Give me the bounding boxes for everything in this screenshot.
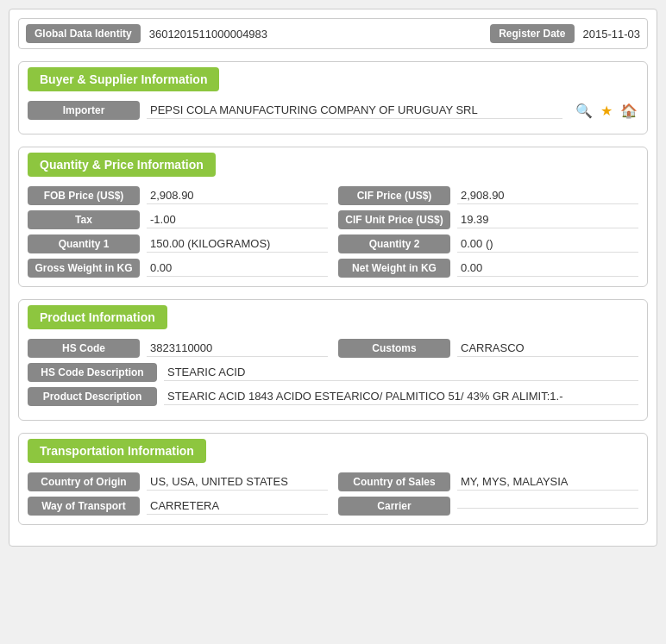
register-date-value: 2015-11-03: [583, 28, 641, 41]
global-data-identity-value: 3601201511000004983: [149, 28, 481, 41]
product-row-0: HS Code 3823110000 Customs CARRASCO: [28, 339, 638, 358]
hs-code-label: HS Code: [28, 339, 140, 358]
transportation-title-row: Transportation Information: [19, 434, 647, 467]
country-of-sales-value: MY, MYS, MALAYSIA: [457, 473, 638, 491]
quantity-price-body: FOB Price (US$) 2,908.90 CIF Price (US$)…: [19, 181, 647, 286]
transport-row-0-left: Country of Origin US, USA, UNITED STATES: [28, 472, 328, 491]
product-title-row: Product Information: [19, 300, 647, 334]
product-desc-value: STEARIC ACID 1843 ACIDO ESTEARICO/ PALMI…: [164, 388, 638, 405]
country-of-origin-label: Country of Origin: [28, 472, 140, 491]
net-weight-label: Net Weight in KG: [338, 259, 450, 278]
tax-label: Tax: [28, 210, 140, 229]
buyer-supplier-header: Buyer & Supplier Information: [28, 67, 219, 91]
transportation-section: Transportation Information Country of Or…: [18, 433, 648, 525]
cif-price-label: CIF Price (US$): [338, 186, 450, 205]
qp-row-1-right: CIF Unit Price (US$) 19.39: [338, 210, 638, 229]
product-row-0-right: Customs CARRASCO: [338, 339, 638, 358]
quantity2-label: Quantity 2: [338, 234, 450, 253]
quantity1-label: Quantity 1: [28, 234, 140, 253]
global-data-identity-label: Global Data Identity: [26, 24, 141, 43]
product-section: Product Information HS Code 3823110000 C…: [18, 299, 648, 421]
qp-row-2-right: Quantity 2 0.00 (): [338, 234, 638, 253]
quantity-price-header: Quantity & Price Information: [28, 153, 216, 177]
main-container: Global Data Identity 3601201511000004983…: [9, 9, 657, 547]
transport-row-1-right: Carrier: [338, 497, 638, 516]
quantity-price-section: Quantity & Price Information FOB Price (…: [18, 147, 648, 287]
transport-row-0-right: Country of Sales MY, MYS, MALAYSIA: [338, 472, 638, 491]
net-weight-value: 0.00: [457, 259, 638, 277]
fob-price-value: 2,908.90: [147, 187, 328, 204]
star-icon[interactable]: ★: [597, 101, 616, 120]
register-date-label: Register Date: [490, 24, 574, 43]
importer-value: PEPSI COLA MANUFACTURING COMPANY OF URUG…: [147, 102, 562, 119]
qp-row-0-left: FOB Price (US$) 2,908.90: [28, 186, 328, 205]
transport-row-1: Way of Transport CARRETERA Carrier: [28, 497, 638, 516]
way-of-transport-label: Way of Transport: [28, 497, 140, 516]
qp-row-2-left: Quantity 1 150.00 (KILOGRAMOS): [28, 234, 328, 253]
customs-label: Customs: [338, 339, 450, 358]
carrier-value: [457, 504, 638, 509]
qp-row-3: Gross Weight in KG 0.00 Net Weight in KG…: [28, 259, 638, 278]
product-row-0-left: HS Code 3823110000: [28, 339, 328, 358]
qp-row-2: Quantity 1 150.00 (KILOGRAMOS) Quantity …: [28, 234, 638, 253]
country-of-sales-label: Country of Sales: [338, 472, 450, 491]
product-desc-label: Product Description: [28, 387, 157, 406]
country-of-origin-value: US, USA, UNITED STATES: [147, 473, 328, 491]
qp-row-0: FOB Price (US$) 2,908.90 CIF Price (US$)…: [28, 186, 638, 205]
transportation-header: Transportation Information: [28, 439, 206, 463]
cif-unit-price-label: CIF Unit Price (US$): [338, 210, 450, 229]
transport-row-1-left: Way of Transport CARRETERA: [28, 497, 328, 516]
home-icon[interactable]: 🏠: [619, 101, 638, 120]
hs-code-desc-value: STEARIC ACID: [164, 364, 638, 381]
qp-row-0-right: CIF Price (US$) 2,908.90: [338, 186, 638, 205]
way-of-transport-value: CARRETERA: [147, 497, 328, 515]
importer-label: Importer: [28, 101, 140, 120]
cif-unit-price-value: 19.39: [457, 211, 638, 228]
qp-row-3-right: Net Weight in KG 0.00: [338, 259, 638, 278]
buyer-supplier-title-row: Buyer & Supplier Information: [19, 62, 647, 96]
tax-value: -1.00: [147, 211, 328, 228]
fob-price-label: FOB Price (US$): [28, 186, 140, 205]
top-row: Global Data Identity 3601201511000004983…: [18, 18, 648, 49]
quantity1-value: 150.00 (KILOGRAMOS): [147, 235, 328, 253]
buyer-supplier-body: Importer PEPSI COLA MANUFACTURING COMPAN…: [19, 96, 647, 134]
qp-row-3-left: Gross Weight in KG 0.00: [28, 259, 328, 278]
customs-value: CARRASCO: [457, 340, 638, 357]
hs-code-value: 3823110000: [147, 340, 328, 357]
buyer-supplier-section: Buyer & Supplier Information Importer PE…: [18, 61, 648, 134]
importer-row: Importer PEPSI COLA MANUFACTURING COMPAN…: [28, 101, 638, 120]
hs-code-desc-label: HS Code Description: [28, 363, 157, 382]
transportation-body: Country of Origin US, USA, UNITED STATES…: [19, 467, 647, 524]
importer-icons: 🔍 ★ 🏠: [575, 101, 638, 120]
transport-row-0: Country of Origin US, USA, UNITED STATES…: [28, 472, 638, 491]
product-desc-row: Product Description STEARIC ACID 1843 AC…: [28, 387, 638, 406]
gross-weight-value: 0.00: [147, 259, 328, 277]
quantity2-value: 0.00 (): [457, 235, 638, 253]
qp-row-1-left: Tax -1.00: [28, 210, 328, 229]
product-body: HS Code 3823110000 Customs CARRASCO HS C…: [19, 334, 647, 420]
quantity-price-title-row: Quantity & Price Information: [19, 147, 647, 181]
search-icon[interactable]: 🔍: [575, 101, 594, 120]
hs-code-desc-row: HS Code Description STEARIC ACID: [28, 363, 638, 382]
carrier-label: Carrier: [338, 497, 450, 516]
gross-weight-label: Gross Weight in KG: [28, 259, 140, 278]
product-header: Product Information: [28, 305, 167, 329]
cif-price-value: 2,908.90: [457, 187, 638, 204]
qp-row-1: Tax -1.00 CIF Unit Price (US$) 19.39: [28, 210, 638, 229]
